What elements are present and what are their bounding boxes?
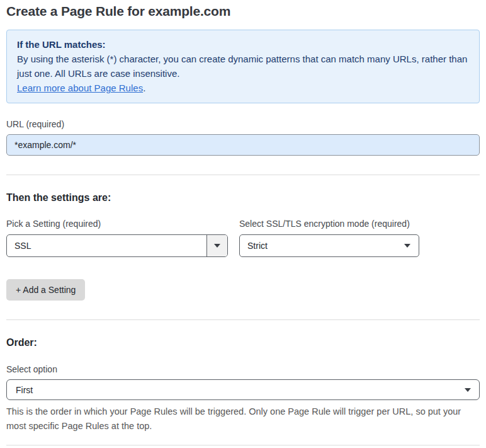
mode-picker-value: Strict <box>240 235 404 256</box>
section-divider <box>6 319 480 320</box>
order-section-heading: Order: <box>6 337 480 348</box>
setting-picker-value: SSL <box>7 235 206 256</box>
mode-picker-label: Select SSL/TLS encryption mode (required… <box>239 219 419 229</box>
caret-down-icon <box>214 244 220 248</box>
order-help-text: This is the order in which your Page Rul… <box>6 405 472 434</box>
setting-picker-column: Pick a Setting (required) SSL <box>6 204 228 257</box>
url-field-label: URL (required) <box>6 119 480 129</box>
mode-picker-column: Select SSL/TLS encryption mode (required… <box>239 204 419 257</box>
caret-down-icon <box>404 244 410 248</box>
setting-picker-dropdown-button[interactable] <box>206 235 227 256</box>
learn-more-link[interactable]: Learn more about Page Rules <box>17 83 143 93</box>
order-select[interactable]: First <box>6 379 480 400</box>
info-box-heading: If the URL matches: <box>17 37 469 52</box>
mode-picker-select[interactable]: Strict <box>239 234 419 257</box>
info-box-body: By using the asterisk (*) character, you… <box>17 52 469 81</box>
order-select-value: First <box>7 380 465 399</box>
info-box-link-line: Learn more about Page Rules. <box>17 81 469 95</box>
add-setting-button[interactable]: + Add a Setting <box>6 279 85 301</box>
order-select-arrow <box>465 380 479 399</box>
settings-section-heading: Then the settings are: <box>6 192 480 204</box>
caret-down-icon <box>465 388 471 392</box>
section-divider <box>6 175 480 175</box>
settings-row: Pick a Setting (required) SSL Select SSL… <box>6 204 480 257</box>
link-suffix: . <box>143 83 145 93</box>
footer-divider <box>6 445 480 445</box>
setting-picker-label: Pick a Setting (required) <box>6 219 228 229</box>
create-page-rule-form: Create a Page Rule for example.com If th… <box>0 0 486 448</box>
setting-picker-select[interactable]: SSL <box>6 234 228 257</box>
url-match-info-box: If the URL matches: By using the asteris… <box>6 30 480 103</box>
url-input[interactable] <box>6 134 480 156</box>
mode-picker-arrow <box>404 235 419 256</box>
order-select-label: Select option <box>6 364 480 374</box>
page-title: Create a Page Rule for example.com <box>6 4 480 19</box>
